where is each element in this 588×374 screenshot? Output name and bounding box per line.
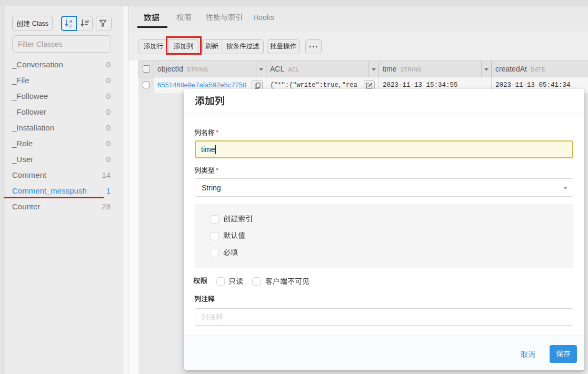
svg-text:Z: Z [69,24,72,28]
svg-text:A: A [69,19,73,24]
